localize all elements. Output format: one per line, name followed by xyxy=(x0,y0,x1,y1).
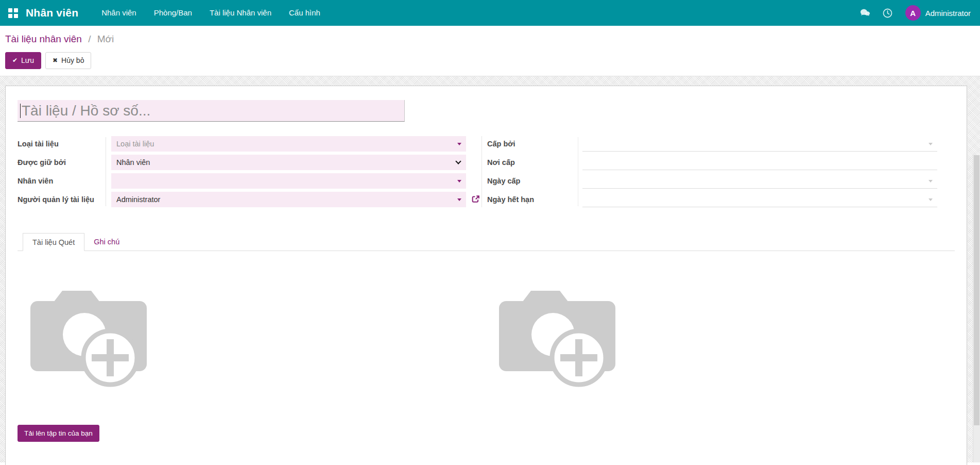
issue-place-field[interactable] xyxy=(582,155,937,170)
caret-down-icon xyxy=(457,143,461,145)
breadcrumb-separator: / xyxy=(88,34,91,44)
document-manager-field[interactable]: Administrator xyxy=(111,192,466,207)
action-area: Loại tài liệu Loại tài liệu Được giữ bởi… xyxy=(0,76,980,462)
document-type-placeholder: Loại tài liệu xyxy=(116,140,154,148)
caret-down-icon xyxy=(457,198,461,201)
user-avatar[interactable]: A xyxy=(905,5,921,21)
scrollbar-thumb[interactable] xyxy=(974,155,979,425)
tab-tai-lieu-quet[interactable]: Tài liệu Quét xyxy=(23,233,84,251)
camera-plus-icon xyxy=(499,286,615,389)
form-sheet: Loại tài liệu Loại tài liệu Được giữ bởi… xyxy=(5,86,967,465)
label-noi-cap: Nơi cấp xyxy=(487,155,578,170)
camera-plus-icon xyxy=(30,286,147,389)
caret-down-icon xyxy=(929,143,933,145)
discard-button[interactable]: ✖ Hủy bỏ xyxy=(45,52,91,69)
caret-down-icon xyxy=(929,180,933,182)
caret-down-icon xyxy=(457,180,461,182)
employee-field[interactable] xyxy=(111,173,466,189)
label-duoc-giu-boi: Được giữ bởi xyxy=(18,155,106,170)
document-type-field[interactable]: Loại tài liệu xyxy=(111,136,466,152)
top-navbar: Nhân viên Nhân viên Phòng/Ban Tài liệu N… xyxy=(0,0,980,26)
label-ngay-het-han: Ngày hết hạn xyxy=(487,192,578,207)
breadcrumb: Tài liệu nhân viên / Mới xyxy=(5,32,980,46)
save-button-label: Lưu xyxy=(21,56,34,65)
scan-image-upload-back[interactable] xyxy=(499,286,615,389)
vertical-scrollbar[interactable] xyxy=(973,155,980,462)
control-panel: Tài liệu nhân viên / Mới ✔ Lưu ✖ Hủy bỏ xyxy=(0,26,980,76)
held-by-value: Nhân viên xyxy=(116,158,150,167)
nav-item-tai-lieu[interactable]: Tài liệu Nhân viên xyxy=(201,0,280,26)
scanned-documents-panel xyxy=(18,251,955,389)
breadcrumb-current: Mới xyxy=(97,34,114,44)
nav-item-phong-ban[interactable]: Phòng/Ban xyxy=(145,0,201,26)
label-nguoi-quan-ly: Người quản lý tài liệu xyxy=(18,192,106,207)
save-button[interactable]: ✔ Lưu xyxy=(5,52,41,69)
chevron-down-icon xyxy=(455,158,461,164)
form-fields: Loại tài liệu Loại tài liệu Được giữ bởi… xyxy=(18,136,955,207)
user-menu[interactable]: Administrator xyxy=(925,9,971,18)
document-title-wrap xyxy=(18,100,405,122)
document-manager-value: Administrator xyxy=(116,195,160,204)
text-cursor xyxy=(20,104,21,118)
notebook-tabs: Tài liệu Quét Ghi chú xyxy=(18,233,955,251)
form-group-left: Loại tài liệu Loại tài liệu Được giữ bởi… xyxy=(18,136,482,207)
apps-grid-icon[interactable] xyxy=(8,8,18,18)
navbar-right: A Administrator xyxy=(848,5,971,21)
nav-item-cau-hinh[interactable]: Cấu hình xyxy=(280,0,329,26)
discard-button-label: Hủy bỏ xyxy=(61,56,84,65)
label-loai-tai-lieu: Loại tài liệu xyxy=(18,136,106,152)
external-link-icon[interactable] xyxy=(471,195,480,206)
caret-down-icon xyxy=(929,198,933,201)
nav-item-nhan-vien[interactable]: Nhân viên xyxy=(93,0,145,26)
issue-date-field[interactable] xyxy=(582,173,937,189)
x-icon: ✖ xyxy=(53,56,58,65)
app-brand[interactable]: Nhân viên xyxy=(26,7,78,19)
form-group-right: Cấp bởi Nơi cấp Ngày cấp xyxy=(487,136,955,207)
tab-ghi-chu[interactable]: Ghi chú xyxy=(84,233,129,251)
control-panel-buttons: ✔ Lưu ✖ Hủy bỏ xyxy=(5,52,980,69)
breadcrumb-parent-link[interactable]: Tài liệu nhân viên xyxy=(5,34,82,44)
check-icon: ✔ xyxy=(12,56,18,65)
messages-icon[interactable] xyxy=(859,8,871,18)
label-ngay-cap: Ngày cấp xyxy=(487,173,578,189)
scan-image-upload-front[interactable] xyxy=(30,286,147,389)
issued-by-field[interactable] xyxy=(582,136,937,152)
expiry-date-field[interactable] xyxy=(582,192,937,207)
label-cap-boi: Cấp bởi xyxy=(487,136,578,152)
label-nhan-vien: Nhân viên xyxy=(18,173,106,189)
document-number-input[interactable] xyxy=(18,100,405,122)
activities-clock-icon[interactable] xyxy=(882,8,893,19)
held-by-select[interactable]: Nhân viên xyxy=(111,155,466,170)
upload-file-button[interactable]: Tải lên tập tin của bạn xyxy=(18,425,99,442)
